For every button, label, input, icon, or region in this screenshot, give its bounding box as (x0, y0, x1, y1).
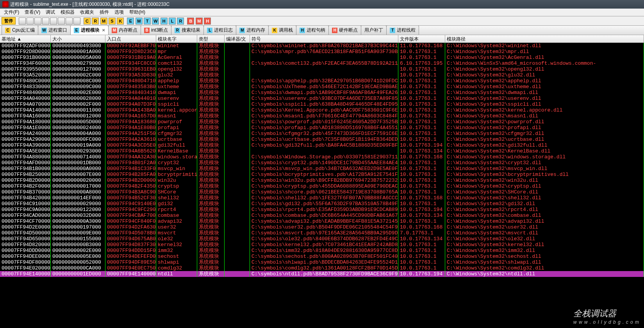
tab-Cpu反汇编[interactable]: CCpu反汇编 (2, 26, 38, 35)
table-row[interactable]: 00007FF94CAD0000000000000032D00000007FF9… (0, 213, 644, 218)
table-row[interactable]: 00007FF94C9A0000000000000012200000007FF9… (0, 207, 644, 213)
toolbar-letter-M[interactable]: M (136, 18, 143, 25)
tab-内存断点[interactable]: M内存断点 (108, 26, 141, 35)
tool-refresh-icon[interactable] (27, 18, 34, 25)
column-header[interactable]: 类型 (197, 35, 225, 43)
tab-进程线程[interactable]: T进程线程 (386, 26, 419, 35)
column-header[interactable]: 文件版本 (398, 35, 445, 43)
toolbar-letter-R[interactable]: R (177, 18, 184, 25)
column-header[interactable]: 基地址 ▲ (0, 35, 51, 43)
toolbar-letter-C[interactable]: C (84, 18, 91, 25)
menu-item[interactable]: 插件 (97, 8, 111, 16)
menu-item[interactable]: 模拟器 (58, 8, 77, 16)
table-row[interactable]: 00007FF94A390000000000000019A00000007FF9… (0, 142, 644, 148)
tool-runto-icon[interactable] (66, 18, 73, 25)
table-row[interactable]: 00007FF94D82000000000000000B300000007FF9… (0, 242, 644, 248)
table-row[interactable]: 00007FF94DF80000000000000005200000007FF9… (0, 259, 644, 265)
table-row[interactable]: 00007FF94E14000000000000001ED00000007FF9… (0, 271, 644, 277)
column-header[interactable]: 模块名字 (156, 35, 197, 43)
table-row[interactable]: 00007FF934F60000000000000027900000007FF9… (0, 60, 644, 66)
table-row[interactable]: 00007FF94A240000000000000004A00000007FF9… (0, 131, 644, 137)
table-row[interactable]: 00007FF94B37000000000000000A800000007FF9… (0, 189, 644, 195)
cell: 系统模块 (197, 230, 225, 236)
menu-item[interactable]: 调试 (43, 8, 57, 16)
toolbar-letter-R[interactable]: R (92, 18, 99, 25)
table-row[interactable]: 00007FF94DEE0000000000000005E00000007FF9… (0, 254, 644, 259)
menu-item[interactable]: 文件(F) (2, 8, 21, 16)
column-header[interactable]: 入口点 (105, 35, 156, 43)
tab-调用栈[interactable]: K调用栈 (268, 26, 296, 35)
table-row[interactable]: 00007FF94A070000000000000002F00000007FF9… (0, 101, 644, 107)
tool-open-icon[interactable] (19, 18, 26, 25)
table-row[interactable]: 00007FF94A160000000000000001200000007FF9… (0, 113, 644, 119)
table-row[interactable]: 00007FF94A29000000000000000FC00000007FF9… (0, 137, 644, 142)
table-row[interactable]: 00007FF94A140000000000000001100000007FF9… (0, 107, 644, 113)
tab-搜索结果[interactable]: R搜索结果 (171, 26, 204, 35)
table-row[interactable]: 00007FF94D650000000000000015500000007FF9… (0, 236, 644, 242)
table-row[interactable]: 00007FF92D8D0000000000000001A00000007FF9… (0, 49, 644, 55)
tab-进程句柄[interactable]: H进程句柄 (296, 26, 329, 35)
toolbar-letter-H[interactable]: H (204, 18, 211, 25)
menu-item[interactable]: 选项 (112, 8, 126, 16)
toolbar-letter-E[interactable]: E (127, 18, 134, 25)
close-icon[interactable]: ✕ (102, 28, 105, 32)
table-row[interactable]: 00007FF94B250000000000000007E00000007FF9… (0, 172, 644, 177)
toolbar-letter-M[interactable]: M (100, 18, 107, 25)
menu-item[interactable]: 查看(V) (22, 8, 43, 16)
cell: 00007FF92ADF0000 (0, 43, 51, 49)
table-row[interactable]: 00007FF948330000000000000009C00000007FF9… (0, 84, 644, 90)
table-row[interactable]: 00007FF94E02000000000000000CA00000007FF9… (0, 265, 644, 271)
tool-stop-icon[interactable] (34, 18, 41, 25)
tab-用户补丁[interactable]: 用户补丁 (361, 26, 387, 35)
table-row[interactable]: 00007FF939550000000000000012700000007FF9… (0, 66, 644, 72)
column-header[interactable]: 符号 (250, 35, 398, 43)
table-row[interactable]: 00007FF94CF7000000000000000A300000007FF9… (0, 218, 644, 224)
table-row[interactable]: 00007FF94AFD000000000000001DB00000007FF9… (0, 160, 644, 166)
table-row[interactable]: 00007FF94C910000000000000002900000007FF9… (0, 201, 644, 207)
module-table[interactable]: 00007FF92ADF0000000000000049300000007FF9… (0, 43, 644, 277)
column-header[interactable]: 编译器/文 (225, 35, 250, 43)
table-row[interactable]: 00007FF948400000000000000002E00000007FF9… (0, 90, 644, 96)
table-row[interactable]: 00007FF94B2D0000000000000002000000007FF9… (0, 177, 644, 183)
menu-item[interactable]: 帮助(H) (127, 8, 148, 16)
table-row[interactable]: 00007FF94B42000000000000014EF00000007FF9… (0, 195, 644, 201)
tab-进程窗口[interactable]: W进程窗口 (38, 26, 71, 35)
table-row[interactable]: 00007FF9480C0000000000000008C00000007FF9… (0, 78, 644, 84)
table-row[interactable]: 00007FF94A880000000000000071400000007FF9… (0, 154, 644, 160)
tool-bp-icon[interactable] (73, 18, 80, 25)
tab-int3断点[interactable]: Bint3断点 (141, 26, 171, 35)
tab-硬件断点[interactable]: H硬件断点 (328, 26, 361, 35)
toolbar-letter-M[interactable]: M (196, 18, 203, 25)
table-row[interactable]: 00007FF92ADF0000000000000049300000007FF9… (0, 43, 644, 49)
toolbar-letter-H[interactable]: H (161, 18, 168, 25)
table-row[interactable]: 00007FF94A5E0000000000000029300000007FF9… (0, 148, 644, 154)
tab-进程内存[interactable]: M进程内存 (236, 26, 269, 35)
cell: C:\Windows\System32\ole32.dll (445, 236, 644, 242)
table-row[interactable]: 00007FF94A040000000000000002800000007FF9… (0, 96, 644, 101)
table-row[interactable]: 00007FF94B2F0000000000000001700000007FF9… (0, 183, 644, 189)
column-header[interactable]: 大小 (51, 35, 105, 43)
toolbar-letter-T[interactable]: T (144, 18, 151, 25)
column-header[interactable]: 模块路径 (445, 35, 644, 43)
tab-进程日志[interactable]: L进程日志 (203, 26, 236, 35)
table-row[interactable]: 00007FF94A1E0000000000000002400000007FF9… (0, 125, 644, 131)
menu-item[interactable]: 收藏夹 (78, 8, 96, 16)
toolbar-letter-S[interactable]: S (109, 18, 116, 25)
pause-button[interactable]: 暂停 (2, 17, 16, 25)
tool-stepover-icon[interactable] (50, 18, 57, 25)
table-row[interactable]: 00007FF94A180000000000000005D00000007FF9… (0, 119, 644, 125)
table-row[interactable]: 00007FF94D500000000000000009E00000007FF9… (0, 230, 644, 236)
table-row[interactable]: 00007FF93A520000000000000002C00000007FF9… (0, 72, 644, 78)
toolbar-letter-L[interactable]: L (169, 18, 176, 25)
toolbar-letter-K[interactable]: K (117, 18, 124, 25)
table-row[interactable]: 00007FF94DDD0000000000000002E00000007FF9… (0, 248, 644, 254)
tab-进程模块[interactable]: E进程模块✕ (70, 26, 109, 35)
table-row[interactable]: 00007FF94D2E0000000000000019700000007FF9… (0, 224, 644, 230)
table-row[interactable]: 00007FF931B00000000000000005A00000007FF9… (0, 55, 644, 60)
toolbar-letter-B[interactable]: B (187, 18, 194, 25)
table-row[interactable]: 00007FF94B1B000000000000000A000000007FF9… (0, 166, 644, 172)
tool-run-icon[interactable] (58, 18, 65, 25)
tool-step-icon[interactable] (42, 18, 49, 25)
toolbar-letter-W[interactable]: W (152, 18, 159, 25)
cell: 系统模块 (197, 148, 225, 154)
